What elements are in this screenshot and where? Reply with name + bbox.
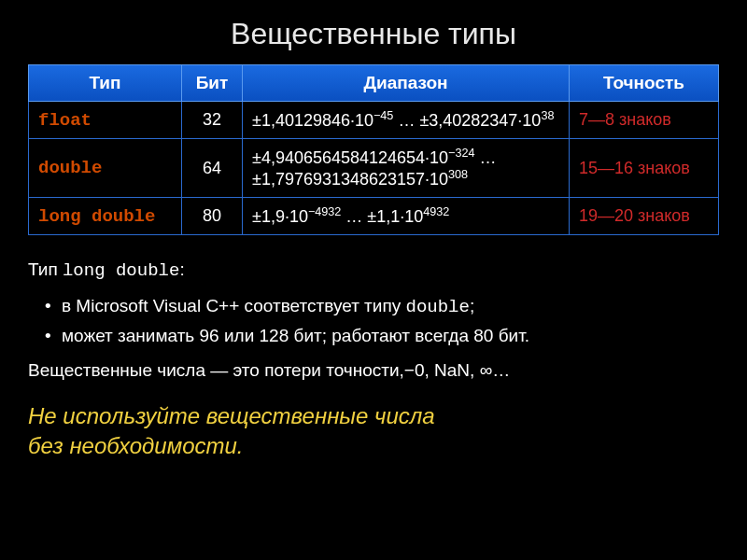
cell-type: float: [29, 102, 182, 139]
highlight-line1: Не используйте вещественные числа: [28, 403, 435, 428]
bullet-mono: double: [406, 297, 470, 317]
highlight-text: Не используйте вещественные числа без не…: [28, 401, 719, 459]
bullet-item: может занимать 96 или 128 бит; работают …: [45, 324, 719, 348]
cell-range: ±1,9·10−4932 … ±1,1·104932: [243, 198, 570, 235]
note-text: Вещественные числа — это потери точности…: [28, 358, 719, 384]
cell-precision: 19—20 знаков: [570, 198, 719, 235]
table-header-row: Тип Бит Диапазон Точность: [29, 65, 719, 102]
types-table: Тип Бит Диапазон Точность float 32 ±1,40…: [28, 64, 719, 235]
bullet-text: в Microsoft Visual C++ соответствует тип…: [62, 296, 406, 315]
slide-title: Вещественные типы: [28, 17, 719, 51]
cell-bits: 64: [182, 139, 243, 198]
col-range: Диапазон: [243, 65, 570, 102]
table-row: long double 80 ±1,9·10−4932 … ±1,1·10493…: [29, 198, 719, 235]
table-row: double 64 ±4,9406564584124654·10−324 … ±…: [29, 139, 719, 198]
subtitle-suffix: :: [179, 259, 184, 279]
bullet-suffix: ;: [470, 296, 474, 315]
bullet-text: может занимать 96 или 128 бит; работают …: [62, 326, 529, 345]
highlight-line2: без необходимости.: [28, 433, 244, 458]
subtitle-prefix: Тип: [28, 259, 63, 279]
cell-precision: 15—16 знаков: [570, 139, 719, 198]
table-row: float 32 ±1,40129846·10−45 … ±3,40282347…: [29, 102, 719, 139]
cell-range: ±4,9406564584124654·10−324 … ±1,79769313…: [243, 139, 570, 198]
cell-range: ±1,40129846·10−45 … ±3,40282347·1038: [243, 102, 570, 139]
col-type: Тип: [29, 65, 182, 102]
bullet-item: в Microsoft Visual C++ соответствует тип…: [45, 294, 719, 320]
subtitle: Тип long double:: [28, 258, 719, 284]
subtitle-type: long double: [63, 260, 179, 281]
cell-type: double: [29, 139, 182, 198]
bullet-list: в Microsoft Visual C++ соответствует тип…: [45, 289, 719, 353]
cell-bits: 80: [182, 198, 243, 235]
cell-bits: 32: [182, 102, 243, 139]
col-precision: Точность: [570, 65, 719, 102]
cell-type: long double: [29, 198, 182, 235]
col-bits: Бит: [182, 65, 243, 102]
cell-precision: 7—8 знаков: [570, 102, 719, 139]
slide: Вещественные типы Тип Бит Диапазон Точно…: [0, 0, 747, 560]
